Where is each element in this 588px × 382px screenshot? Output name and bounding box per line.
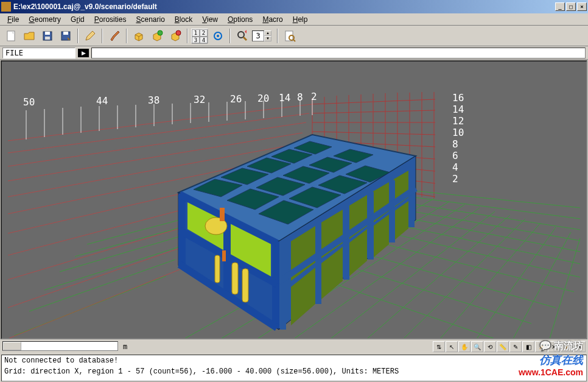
zoom-slider[interactable]: [2, 341, 118, 351]
close-button[interactable]: ×: [577, 2, 587, 11]
x-label: 26: [230, 93, 242, 105]
svg-line-26: [312, 99, 435, 104]
x-label: 8: [297, 91, 303, 103]
rotate-icon[interactable]: ⟲: [484, 341, 496, 352]
svg-rect-105: [232, 263, 238, 294]
edit-button[interactable]: [82, 27, 99, 44]
pan-icon[interactable]: ✋: [458, 341, 471, 352]
svg-rect-108: [220, 208, 225, 221]
svg-line-64: [8, 113, 309, 153]
svg-line-60: [44, 246, 183, 290]
x-label: 20: [257, 93, 269, 104]
bottom-bar: m ⇅ ↖ ✋ 🔍 ⟲ 📏 ✎ ◧ ↗ ✕ ⤢ ✕: [0, 340, 588, 353]
svg-rect-106: [242, 269, 248, 302]
svg-line-52: [404, 219, 525, 339]
svg-line-14: [293, 40, 295, 41]
zoom-in-icon[interactable]: 🔍: [471, 341, 483, 352]
pencil-icon[interactable]: ✎: [509, 341, 522, 352]
toolbar: 1234 3 ▲▼: [0, 26, 588, 46]
z-label: 8: [452, 138, 458, 150]
svg-point-9: [217, 35, 219, 37]
maximize-button[interactable]: □: [566, 2, 576, 11]
brush-button[interactable]: [106, 27, 123, 44]
app-icon: [1, 2, 11, 12]
svg-rect-109: [222, 250, 226, 261]
spinner-down[interactable]: ▼: [264, 36, 271, 41]
svg-rect-107: [215, 255, 220, 283]
cursor-icon[interactable]: ↖: [446, 341, 458, 352]
svg-rect-2: [45, 32, 50, 35]
svg-line-11: [243, 37, 247, 40]
svg-point-6: [158, 30, 163, 35]
z-label: 16: [452, 92, 464, 104]
spinner[interactable]: 3 ▲▼: [252, 29, 274, 43]
zoom-button[interactable]: [234, 27, 251, 44]
menu-bar: File Geometry Grid Porosities Scenario B…: [0, 13, 588, 26]
svg-rect-5: [63, 32, 68, 35]
menu-geometry[interactable]: Geometry: [24, 14, 66, 25]
view-z-icon[interactable]: ↗: [535, 341, 547, 352]
menu-scenario[interactable]: Scenario: [131, 14, 169, 25]
target-button[interactable]: [209, 27, 226, 44]
menu-view[interactable]: View: [197, 14, 223, 25]
box-red-button[interactable]: [167, 27, 184, 44]
svg-point-10: [238, 32, 244, 38]
menu-macro[interactable]: Macro: [257, 14, 287, 25]
svg-line-29: [312, 132, 435, 135]
play-button[interactable]: ▶: [78, 49, 89, 57]
menu-options[interactable]: Options: [223, 14, 257, 25]
svg-line-59: [60, 233, 191, 272]
new-button[interactable]: [2, 27, 19, 44]
open-button[interactable]: [21, 27, 38, 44]
reset-x-icon[interactable]: ✕: [548, 341, 560, 352]
svg-point-7: [176, 30, 181, 35]
eraser-icon[interactable]: ◧: [522, 341, 534, 352]
menu-porosities[interactable]: Porosities: [89, 14, 131, 25]
menu-file[interactable]: File: [2, 14, 24, 25]
rotate-z-icon[interactable]: ⤢: [561, 341, 573, 352]
save-button[interactable]: [39, 27, 56, 44]
svg-line-61: [29, 260, 175, 311]
grid-selector-button[interactable]: 1234: [191, 29, 208, 43]
svg-line-27: [312, 110, 435, 113]
command-input[interactable]: [91, 48, 586, 58]
svg-line-55: [513, 232, 571, 339]
x-label: 38: [148, 94, 159, 106]
menu-grid[interactable]: Grid: [66, 14, 89, 25]
svg-rect-3: [45, 37, 50, 40]
spinner-value[interactable]: 3: [252, 30, 264, 41]
find-page-button[interactable]: [281, 27, 298, 44]
units-label: m: [121, 341, 130, 352]
minimize-button[interactable]: _: [555, 2, 565, 11]
viewport-3d[interactable]: 50 44 38 32 26 20 14 8 2 16 14 12 10 8 6…: [1, 60, 587, 339]
status-line-1: Not connected to database!: [4, 356, 584, 365]
status-bar: Not connected to database! Grid: directi…: [1, 355, 587, 381]
menu-block[interactable]: Block: [170, 14, 197, 25]
z-label: 6: [452, 150, 458, 161]
save-as-button[interactable]: [57, 27, 74, 44]
z-label: 2: [452, 173, 458, 185]
title-bar: E:\ex2\100001.caj@_v9.0/scenario/default…: [0, 0, 588, 13]
z-label: 12: [452, 115, 464, 127]
x-label: 32: [194, 94, 205, 105]
zoom-thumb[interactable]: [3, 342, 21, 350]
z-label: 4: [452, 161, 458, 173]
status-line-2: Grid: direction X, region 1 - 57 (count=…: [4, 367, 584, 376]
box-add-button[interactable]: [149, 27, 166, 44]
z-label: 14: [452, 104, 464, 115]
file-label: FILE: [2, 48, 75, 58]
view-toolbar: ⇅ ↖ ✋ 🔍 ⟲ 📏 ✎ ◧ ↗ ✕ ⤢ ✕: [433, 341, 586, 352]
box-yellow-button[interactable]: [130, 27, 147, 44]
measure-icon[interactable]: 📏: [497, 341, 509, 352]
x-label: 14: [279, 92, 290, 104]
x-label: 2: [311, 91, 317, 102]
spinner-up[interactable]: ▲: [264, 30, 271, 36]
file-bar: FILE ▶: [0, 46, 588, 60]
z-label: 10: [452, 127, 464, 138]
svg-line-63: [8, 104, 312, 141]
x-label: 50: [23, 96, 35, 108]
clear-icon[interactable]: ✕: [573, 341, 586, 352]
menu-help[interactable]: Help: [288, 14, 313, 25]
window-title: E:\ex2\100001.caj@_v9.0/scenario/default: [13, 2, 555, 11]
arrows-icon[interactable]: ⇅: [433, 341, 445, 352]
